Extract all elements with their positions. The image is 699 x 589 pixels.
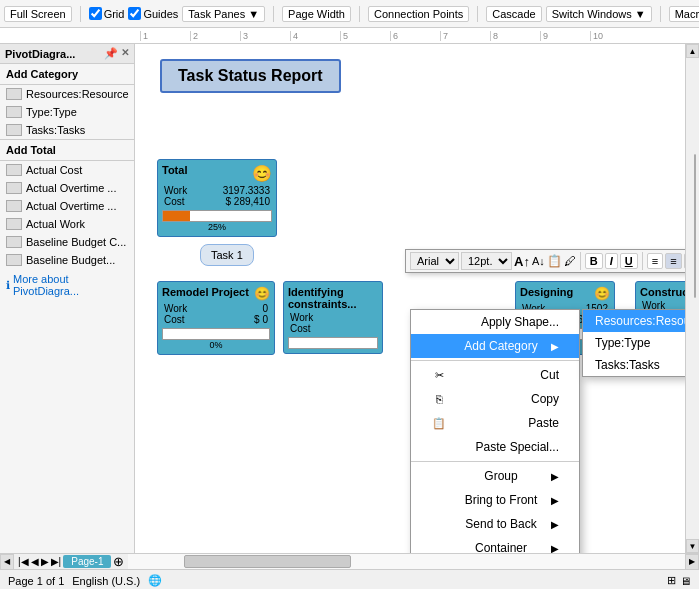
ctx-paste-special[interactable]: Paste Special...	[411, 435, 579, 459]
horizontal-scroll-row: ◀ |◀ ◀ ▶ ▶| Page-1 ⊕ ▶	[0, 553, 699, 569]
designing-header: Designing 😊	[520, 286, 610, 301]
toolbar-divider2	[642, 252, 643, 270]
submenu-tasks[interactable]: Tasks:Tasks	[583, 354, 685, 376]
submenu-resources[interactable]: Resources:Resources	[583, 310, 685, 332]
fit-page-icon[interactable]: ⊞	[667, 574, 676, 587]
hscroll-thumb[interactable]	[184, 555, 351, 568]
sidebar-item-actual-overtime2[interactable]: Actual Overtime ...	[0, 197, 134, 215]
task-panes-button[interactable]: Task Panes ▼	[182, 6, 265, 22]
grow-font-icon[interactable]: A↑	[514, 254, 530, 269]
sidebar-item-actual-overtime1[interactable]: Actual Overtime ...	[0, 179, 134, 197]
align-right-button[interactable]: ≡	[684, 253, 685, 269]
connection-points-button[interactable]: Connection Points	[368, 6, 469, 22]
submenu-type-label: Type:Type	[595, 336, 650, 350]
cut-icon: ✂	[431, 367, 447, 383]
sidebar-item-actual-cost[interactable]: Actual Cost	[0, 161, 134, 179]
sidebar-item-baseline-budget-c[interactable]: Baseline Budget C...	[0, 233, 134, 251]
nav-prev[interactable]: ◀	[31, 556, 39, 567]
sidebar-header: PivotDiagra... 📌 ✕	[0, 44, 134, 64]
page-tab[interactable]: Page-1	[63, 555, 111, 568]
sidebar-pin-icon[interactable]: 📌	[104, 47, 118, 60]
ctx-add-category-arrow: ▶	[551, 341, 559, 352]
ruler-mark: 6	[390, 31, 440, 41]
submenu-type[interactable]: Type:Type	[583, 332, 685, 354]
nav-last[interactable]: ▶|	[51, 556, 62, 567]
designing-smiley: 😊	[594, 286, 610, 301]
format-toolbar: Arial 12pt. A↑ A↓ 📋 🖊 B I U ≡ ≡ ≡ A ▼	[405, 249, 685, 273]
info-icon: ℹ	[6, 279, 10, 292]
ctx-bring-front-label: Bring to Front	[465, 493, 538, 507]
ctx-apply-shape[interactable]: Apply Shape...	[411, 310, 579, 334]
format-icon2[interactable]: 🖊	[564, 254, 576, 268]
total-box[interactable]: Total 😊 Work 3197.3333 Cost $ 289,410 25…	[157, 159, 277, 237]
sidebar-item-label: Type:Type	[26, 106, 77, 118]
sidebar-item-baseline-budget[interactable]: Baseline Budget...	[0, 251, 134, 269]
nav-next[interactable]: ▶	[41, 556, 49, 567]
more-about-link[interactable]: ℹ More about PivotDiagra...	[0, 269, 134, 301]
ctx-paste-label: Paste	[528, 416, 559, 430]
view-icon[interactable]: 🖥	[680, 575, 691, 587]
italic-button[interactable]: I	[605, 253, 618, 269]
copy-format-icon[interactable]: 📋	[547, 254, 562, 268]
task1-bubble[interactable]: Task 1	[200, 244, 254, 266]
ctx-copy-label: Copy	[531, 392, 559, 406]
title-box[interactable]: Task Status Report	[160, 59, 341, 93]
scroll-down-button[interactable]: ▼	[686, 539, 699, 553]
remodel-box[interactable]: Remodel Project 😊 Work 0 Cost $ 0 0%	[157, 281, 275, 355]
sidebar-title: PivotDiagra...	[5, 48, 75, 60]
sidebar-item-resources[interactable]: Resources:Resource	[0, 85, 134, 103]
sidebar-item-label: Baseline Budget...	[26, 254, 115, 266]
sidebar-item-actual-work[interactable]: Actual Work	[0, 215, 134, 233]
ruler-mark: 8	[490, 31, 540, 41]
status-bar: Page 1 of 1 English (U.S.) 🌐 ⊞ 🖥	[0, 569, 699, 589]
toolbar-divider	[580, 252, 581, 270]
ctx-copy[interactable]: ⎘ Copy	[411, 387, 579, 411]
grid-checkbox[interactable]	[89, 7, 102, 20]
ctx-group[interactable]: Group ▶	[411, 464, 579, 488]
actual-work-icon	[6, 218, 22, 230]
fullscreen-button[interactable]: Full Screen	[4, 6, 72, 22]
guides-checkbox[interactable]	[128, 7, 141, 20]
ctx-cut[interactable]: ✂ Cut	[411, 363, 579, 387]
size-select[interactable]: 12pt.	[461, 252, 512, 270]
work-label: Work	[164, 303, 187, 314]
sidebar-item-label: Actual Cost	[26, 164, 82, 176]
macros-button[interactable]: Macros	[669, 6, 699, 22]
ctx-paste[interactable]: 📋 Paste	[411, 411, 579, 435]
ctx-add-category-label: Add Category	[464, 339, 537, 353]
identifying-box[interactable]: Identifying constraints... Work Cost	[283, 281, 383, 354]
progress-bar-fill	[163, 211, 190, 221]
cascade-button[interactable]: Cascade	[486, 6, 541, 22]
apply-shape-icon	[431, 314, 447, 330]
scroll-right-button[interactable]: ▶	[685, 554, 699, 570]
sidebar-item-type[interactable]: Type:Type	[0, 103, 134, 121]
scroll-left-button[interactable]: ◀	[0, 554, 14, 570]
ruler-mark: 3	[240, 31, 290, 41]
hscroll-track[interactable]	[128, 554, 685, 569]
sidebar-item-label: Tasks:Tasks	[26, 124, 85, 136]
send-back-icon	[431, 516, 447, 532]
canvas[interactable]: Task Status Report Total 😊 Work 3197.333…	[135, 44, 685, 553]
add-page-icon[interactable]: ⊕	[113, 554, 124, 569]
ctx-send-to-back[interactable]: Send to Back ▶	[411, 512, 579, 536]
scroll-up-button[interactable]: ▲	[686, 44, 699, 58]
align-left-button[interactable]: ≡	[647, 253, 663, 269]
ctx-bring-to-front[interactable]: Bring to Front ▶	[411, 488, 579, 512]
scroll-thumb[interactable]	[694, 154, 696, 298]
switch-windows-button[interactable]: Switch Windows ▼	[546, 6, 652, 22]
font-select[interactable]: Arial	[410, 252, 459, 270]
align-center-button[interactable]: ≡	[665, 253, 681, 269]
sidebar-close-icon[interactable]: ✕	[121, 47, 129, 60]
sidebar-item-tasks[interactable]: Tasks:Tasks	[0, 121, 134, 139]
page-width-button[interactable]: Page Width	[282, 6, 351, 22]
sidebar: PivotDiagra... 📌 ✕ Add Category Resource…	[0, 44, 135, 553]
shrink-font-icon[interactable]: A↓	[532, 255, 545, 267]
submenu-resources-label: Resources:Resources	[595, 314, 685, 328]
vertical-scrollbar[interactable]: ▲ ▼	[685, 44, 699, 553]
nav-first[interactable]: |◀	[18, 556, 29, 567]
underline-button[interactable]: U	[620, 253, 638, 269]
ctx-container[interactable]: Container ▶	[411, 536, 579, 553]
bold-button[interactable]: B	[585, 253, 603, 269]
ctx-add-category[interactable]: Add Category ▶	[411, 334, 579, 358]
resource-icon	[6, 88, 22, 100]
